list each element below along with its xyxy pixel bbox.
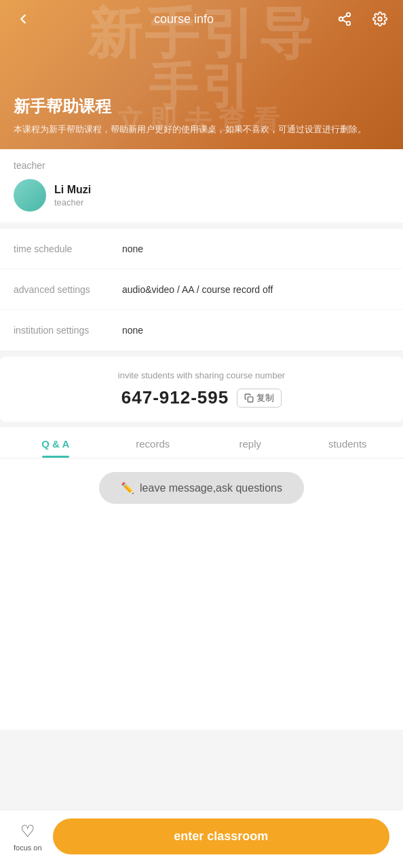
svg-line-4 (343, 16, 347, 18)
back-button[interactable] (11, 7, 35, 31)
tabs-header: Q & A records reply students (0, 427, 403, 458)
header-nav: course info (0, 0, 403, 38)
teacher-section: teacher Li Muzi teacher (0, 149, 403, 222)
institution-settings-key: institution settings (14, 325, 122, 336)
banner-title: 新手帮助课程 (14, 96, 389, 117)
svg-point-5 (378, 17, 382, 21)
teacher-role: teacher (54, 197, 91, 208)
tab-records[interactable]: records (104, 427, 202, 458)
time-schedule-value: none (122, 243, 389, 254)
teacher-info: Li Muzi teacher (54, 184, 91, 208)
invite-box: invite students with sharing course numb… (0, 357, 403, 422)
banner-description: 本课程为新手帮助课程，帮助新用户更好的使用课桌，如果不喜欢，可通过设置进行删除。 (14, 123, 389, 136)
qa-area: ✏️ leave message,ask questions (0, 458, 403, 730)
teacher-row: Li Muzi teacher (14, 179, 389, 212)
header-icons (332, 7, 392, 31)
tab-students[interactable]: students (299, 427, 397, 458)
institution-settings-value: none (122, 325, 389, 336)
heart-icon: ♡ (20, 822, 35, 841)
bottom-bar: ♡ focus on enter classroom (0, 810, 403, 868)
leave-message-button[interactable]: ✏️ leave message,ask questions (99, 472, 304, 504)
enter-classroom-button[interactable]: enter classroom (53, 818, 389, 854)
leave-message-label: leave message,ask questions (140, 482, 282, 494)
banner-content: 新手帮助课程 本课程为新手帮助课程，帮助新用户更好的使用课桌，如果不喜欢，可通过… (14, 96, 389, 136)
advanced-settings-row[interactable]: advanced settings audio&video / AA / cou… (0, 269, 403, 310)
teacher-name: Li Muzi (54, 184, 91, 196)
invite-label: invite students with sharing course numb… (14, 370, 389, 380)
teacher-label: teacher (14, 160, 389, 171)
settings-button[interactable] (368, 7, 392, 31)
focus-on-button[interactable]: ♡ focus on (14, 822, 42, 852)
advanced-settings-key: advanced settings (14, 284, 122, 295)
tab-qa[interactable]: Q & A (7, 427, 104, 458)
pencil-icon: ✏️ (121, 481, 134, 494)
avatar (14, 179, 46, 212)
header-title: course info (154, 12, 214, 26)
time-schedule-key: time schedule (14, 243, 122, 254)
focus-on-label: focus on (14, 844, 42, 852)
course-banner: 新手引导 手引 立即去查看 course info (0, 0, 403, 149)
copy-label: 复制 (256, 392, 274, 404)
invite-number-row: 647-912-595 复制 (14, 387, 389, 408)
svg-rect-6 (248, 397, 253, 402)
invite-number: 647-912-595 (121, 387, 229, 408)
svg-line-3 (343, 20, 347, 22)
tab-reply[interactable]: reply (202, 427, 299, 458)
tabs-section: Q & A records reply students ✏️ leave me… (0, 427, 403, 730)
copy-button[interactable]: 复制 (237, 389, 282, 408)
advanced-settings-value: audio&video / AA / course record off (122, 284, 389, 295)
institution-settings-row: institution settings none (0, 310, 403, 351)
info-section: time schedule none advanced settings aud… (0, 228, 403, 351)
share-button[interactable] (332, 7, 357, 31)
time-schedule-row: time schedule none (0, 229, 403, 269)
